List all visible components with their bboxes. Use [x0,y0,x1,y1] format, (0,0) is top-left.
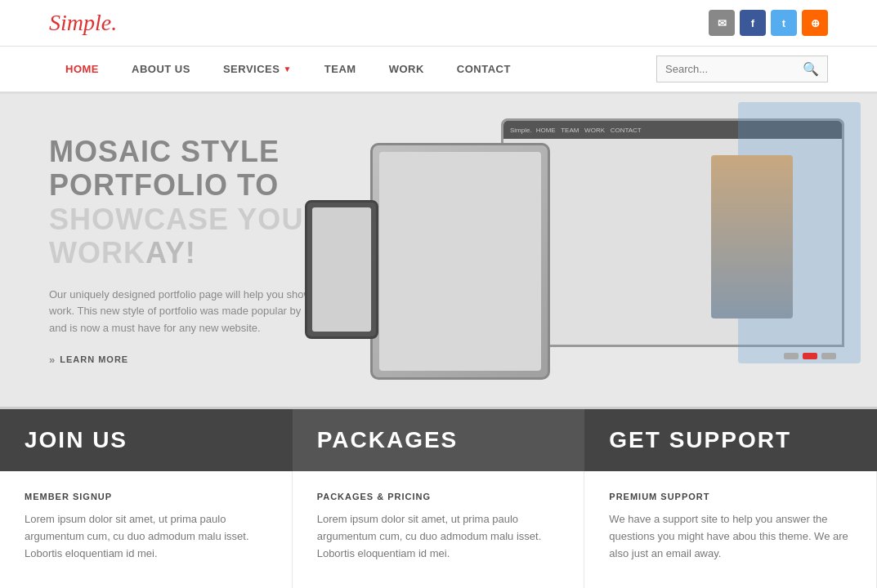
services-dropdown-arrow: ▼ [283,65,291,74]
learn-more-arrows: » [49,354,56,366]
search-icon[interactable]: 🔍 [803,61,819,77]
bottom-col-join: JOIN US MEMBER SIGNUP Lorem ipsum dolor … [0,409,293,588]
nav-item-services[interactable]: SERVICES ▼ [207,47,308,91]
slider-dot[interactable] [784,353,799,359]
nav-item-home[interactable]: HOME [49,47,115,91]
packages-header: PACKAGES [293,409,585,471]
search-input[interactable] [665,63,803,75]
search-box: 🔍 [656,56,828,82]
premium-support-text: We have a support site to help you answe… [609,511,852,562]
nav-item-work[interactable]: WORK [373,47,441,91]
logo: Simple. [49,10,117,36]
member-signup-text: Lorem ipsum dolor sit amet, ut prima pau… [25,511,267,562]
get-support-title: GET SUPPORT [609,427,791,453]
bottom-section: JOIN US MEMBER SIGNUP Lorem ipsum dolor … [0,409,877,588]
top-bar: Simple. ✉ f t ⊕ [0,0,877,47]
phone-overlay [305,200,378,339]
nav-item-about[interactable]: ABOUT US [115,47,207,91]
premium-support-subtitle: PREMIUM SUPPORT [609,492,852,501]
get-support-header: GET SUPPORT [584,409,877,471]
twitter-icon[interactable]: t [771,10,797,36]
join-us-body: MEMBER SIGNUP Lorem ipsum dolor sit amet… [0,471,293,588]
packages-title: PACKAGES [317,427,459,453]
slider-dot-active[interactable] [803,353,817,359]
packages-pricing-subtitle: PACKAGES & PRICING [317,492,560,501]
join-us-title: JOIN US [25,427,128,453]
hero-section: MOSAIC STYLE PORTFOLIO TO SHOWCASE YOUR … [0,94,877,407]
support-body: PREMIUM SUPPORT We have a support site t… [584,471,877,588]
email-icon[interactable]: ✉ [709,10,735,36]
hero-title-line1: MOSAIC STYLE PORTFOLIO TO [49,135,360,203]
bottom-col-support: GET SUPPORT PREMIUM SUPPORT We have a su… [584,409,877,588]
slider-dots [784,353,836,359]
rss-icon[interactable]: ⊕ [802,10,828,36]
packages-pricing-text: Lorem ipsum dolor sit amet, ut prima pau… [317,511,560,562]
nav-item-contact[interactable]: CONTACT [441,47,527,91]
nav-item-team[interactable]: TEAM [308,47,373,91]
facebook-icon[interactable]: f [740,10,766,36]
nav-items: HOME ABOUT US SERVICES ▼ TEAM WORK CONTA… [49,47,656,91]
logo-text: Simple [49,10,111,35]
main-nav: HOME ABOUT US SERVICES ▼ TEAM WORK CONTA… [0,47,877,94]
hero-image-area: Simple. HOME TEAM WORK CONTACT [387,102,877,372]
slider-dot[interactable] [821,353,836,359]
bottom-col-packages: PACKAGES PACKAGES & PRICING Lorem ipsum … [293,409,585,588]
join-us-header: JOIN US [0,409,293,471]
member-signup-subtitle: MEMBER SIGNUP [25,492,267,501]
tablet-overlay [370,143,550,380]
packages-body: PACKAGES & PRICING Lorem ipsum dolor sit… [293,471,585,588]
logo-dot: . [111,10,117,35]
learn-more-link[interactable]: » LEARN MORE [49,354,360,366]
person-shape [711,155,793,318]
social-icons: ✉ f t ⊕ [709,10,828,36]
